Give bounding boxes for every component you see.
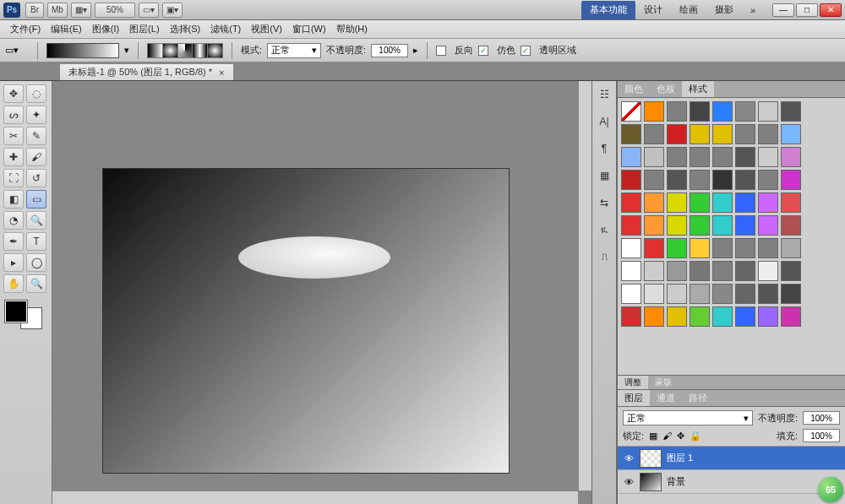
style-swatch[interactable] [667, 192, 687, 213]
reverse-checkbox[interactable] [436, 46, 446, 56]
canvas-area[interactable] [52, 81, 592, 504]
lock-transparent-icon[interactable]: ▦ [649, 431, 657, 442]
style-swatch[interactable] [735, 284, 755, 304]
panel-icon[interactable]: ⇆ [596, 194, 613, 211]
style-swatch[interactable] [690, 261, 710, 281]
tab-layers[interactable]: 图层 [618, 390, 650, 406]
gradient-preview[interactable] [46, 43, 119, 58]
style-swatch[interactable] [667, 284, 687, 304]
opacity-field[interactable]: 100% [371, 44, 408, 57]
style-swatch[interactable] [712, 261, 733, 281]
style-swatch[interactable] [667, 101, 687, 122]
style-swatch[interactable] [712, 147, 733, 167]
style-swatch[interactable] [644, 215, 664, 236]
style-swatch[interactable] [644, 192, 664, 213]
move-tool[interactable]: ✥ [3, 84, 24, 103]
tab-swatches[interactable]: 色板 [650, 81, 682, 97]
style-swatch[interactable] [735, 261, 755, 281]
style-swatch[interactable] [712, 124, 733, 144]
style-swatch[interactable] [644, 284, 664, 304]
trans-checkbox[interactable]: ✓ [521, 46, 531, 56]
style-swatch[interactable] [735, 306, 755, 327]
menu-window[interactable]: 窗口(W) [287, 23, 331, 35]
style-swatch[interactable] [690, 124, 710, 144]
style-swatch[interactable] [781, 101, 801, 122]
tab-paths[interactable]: 路径 [682, 390, 714, 406]
panel-icon[interactable]: ▦ [596, 167, 613, 184]
style-swatch[interactable] [712, 192, 733, 213]
panel-icon[interactable]: ¶ [596, 140, 613, 157]
style-swatch[interactable] [621, 101, 641, 122]
brush-tool[interactable]: 🖌 [26, 148, 46, 166]
healing-tool[interactable]: ✚ [3, 148, 24, 166]
gradient-diamond[interactable] [208, 44, 222, 57]
style-swatch[interactable] [644, 124, 664, 144]
style-swatch[interactable] [644, 306, 664, 327]
zoom-tool[interactable]: 🔍 [26, 274, 46, 293]
quick-select-tool[interactable]: ✦ [26, 106, 46, 124]
window-close[interactable]: ✕ [820, 3, 842, 17]
style-swatch[interactable] [781, 284, 801, 304]
minibridge-button[interactable]: Mb [47, 3, 68, 18]
style-swatch[interactable] [690, 101, 710, 122]
style-swatch[interactable] [712, 170, 733, 190]
gradient-reflected[interactable] [193, 44, 208, 57]
style-swatch[interactable] [758, 101, 778, 122]
blur-tool[interactable]: ◔ [3, 211, 24, 230]
menu-file[interactable]: 文件(F) [5, 23, 46, 35]
gradient-linear[interactable] [148, 44, 163, 57]
style-swatch[interactable] [690, 284, 710, 304]
style-swatch[interactable] [644, 101, 664, 122]
style-swatch[interactable] [735, 124, 755, 144]
style-swatch[interactable] [758, 261, 778, 281]
style-swatch[interactable] [712, 215, 733, 236]
menu-view[interactable]: 视图(V) [246, 23, 287, 35]
style-swatch[interactable] [712, 238, 733, 258]
style-swatch[interactable] [758, 284, 778, 304]
document-tab[interactable]: 未标题-1 @ 50% (图层 1, RGB/8) * × [59, 63, 234, 80]
style-swatch[interactable] [621, 261, 641, 281]
panel-icon[interactable]: A| [596, 113, 613, 130]
style-swatch[interactable] [621, 238, 641, 258]
screen-mode-button[interactable]: ▦▾ [71, 3, 91, 18]
type-tool[interactable]: T [26, 232, 46, 251]
style-swatch[interactable] [667, 124, 687, 144]
extras-button[interactable]: ▣▾ [162, 3, 183, 18]
color-swatches[interactable] [3, 301, 47, 329]
style-swatch[interactable] [667, 306, 687, 327]
foreground-color[interactable] [5, 301, 27, 322]
style-swatch[interactable] [667, 238, 687, 258]
tab-color[interactable]: 颜色 [618, 81, 650, 97]
style-swatch[interactable] [621, 284, 641, 304]
style-swatch[interactable] [758, 306, 778, 327]
gradient-tool[interactable]: ▭ [26, 190, 46, 209]
style-swatch[interactable] [621, 170, 641, 190]
menu-image[interactable]: 图像(I) [87, 23, 124, 35]
workspace-photo[interactable]: 摄影 [706, 1, 742, 19]
hand-tool[interactable]: ✋ [3, 274, 24, 293]
workspace-more[interactable]: » [742, 1, 764, 19]
style-swatch[interactable] [735, 101, 755, 122]
workspace-design[interactable]: 设计 [635, 1, 671, 19]
style-swatch[interactable] [690, 170, 710, 190]
layer-row[interactable]: 👁背景🔒 [618, 470, 845, 494]
style-swatch[interactable] [690, 192, 710, 213]
style-swatch[interactable] [690, 306, 710, 327]
style-swatch[interactable] [667, 170, 687, 190]
style-swatch[interactable] [644, 147, 664, 167]
panel-icon[interactable]: ☷ [596, 86, 613, 103]
style-swatch[interactable] [621, 147, 641, 167]
lock-position-icon[interactable]: ✥ [677, 431, 684, 442]
lock-all-icon[interactable]: 🔒 [690, 431, 701, 442]
style-swatch[interactable] [644, 238, 664, 258]
tab-styles[interactable]: 样式 [682, 81, 714, 97]
style-swatch[interactable] [758, 215, 778, 236]
marquee-tool[interactable]: ◌ [26, 84, 46, 103]
gradient-angle[interactable] [178, 44, 194, 57]
style-swatch[interactable] [781, 306, 801, 327]
style-swatch[interactable] [621, 192, 641, 213]
style-swatch[interactable] [621, 306, 641, 327]
style-swatch[interactable] [735, 170, 755, 190]
style-swatch[interactable] [781, 170, 801, 190]
zoom-dropdown[interactable]: 50% [95, 3, 135, 18]
